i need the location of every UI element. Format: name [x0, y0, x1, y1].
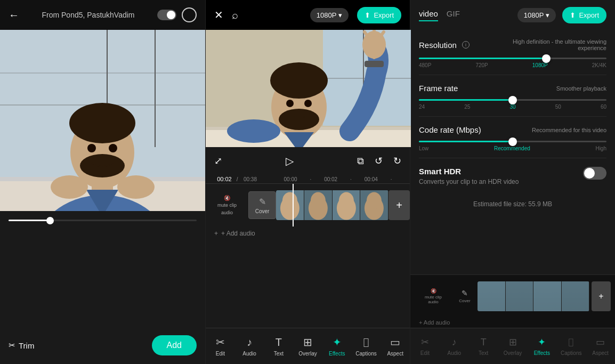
- film-frame-4: [360, 190, 389, 220]
- svg-rect-52: [533, 281, 561, 311]
- copy-icon[interactable]: ⧉: [357, 156, 364, 167]
- frame-rate-slider[interactable]: 24 25 30 50 60: [419, 99, 606, 110]
- ruler-dot-3: ·: [381, 176, 401, 182]
- right-toolbar-text[interactable]: T Text: [469, 328, 498, 364]
- right-toolbar-aspect[interactable]: ▭ Aspect: [586, 328, 615, 364]
- cr-high: High: [595, 145, 606, 151]
- tab-video[interactable]: video: [419, 9, 438, 21]
- right-toolbar-edit[interactable]: ✂ Edit: [410, 328, 440, 364]
- code-rate-labels: Low Recommended High: [419, 145, 606, 151]
- right-frame-1: [478, 281, 506, 311]
- progress-bar[interactable]: [9, 220, 197, 221]
- right-toolbar-audio[interactable]: ♪ Audio: [440, 328, 469, 364]
- right-add-audio-label: + Add audio: [419, 319, 450, 326]
- right-frame-2: [506, 281, 534, 311]
- cr-recommended: Recommended: [494, 145, 530, 151]
- toolbar-effects[interactable]: ✦ Effects: [322, 328, 352, 364]
- smart-hdr-text: Smart HDR Converts your clip to an HDR v…: [419, 167, 519, 185]
- frame-rate-header: Frame rate Smoother playback: [419, 84, 606, 93]
- resolution-track: [419, 58, 606, 59]
- tab-gif[interactable]: GIF: [447, 9, 460, 21]
- add-button[interactable]: Add: [152, 335, 197, 355]
- svg-rect-50: [478, 281, 505, 311]
- code-rate-thumb[interactable]: [508, 137, 517, 146]
- add-audio-row[interactable]: + + Add audio: [206, 227, 410, 240]
- fps-24: 24: [419, 104, 425, 110]
- svg-point-46: [338, 192, 353, 209]
- right-audio-label: Audio: [448, 350, 462, 356]
- close-button[interactable]: ✕: [214, 9, 223, 21]
- svg-point-36: [304, 100, 312, 107]
- middle-header: ✕ ⌕ 1080P ▾ ⬆ Export: [206, 0, 410, 30]
- right-effects-icon: ✦: [538, 336, 546, 348]
- trim-button[interactable]: ✂ Trim: [9, 341, 34, 350]
- resolution-selector-right[interactable]: 1080P ▾: [517, 8, 556, 22]
- left-header: ← From Pond5, PastukhVadim: [0, 0, 205, 30]
- resolution-info-icon[interactable]: i: [462, 41, 470, 48]
- search-button[interactable]: ⌕: [232, 9, 238, 21]
- film-frame-2: [304, 190, 333, 220]
- add-clip-button[interactable]: +: [389, 190, 410, 220]
- toolbar-aspect[interactable]: ▭ Aspect: [381, 328, 410, 364]
- resolution-selector[interactable]: 1080P ▾: [310, 8, 349, 22]
- code-rate-slider[interactable]: Low Recommended High: [419, 141, 606, 151]
- code-rate-fill: [419, 141, 513, 142]
- video-preview-middle: [206, 30, 411, 147]
- svg-rect-53: [562, 281, 589, 311]
- edit-label: Edit: [216, 351, 225, 357]
- track-controls-left: 🔇 mute clipaudio: [206, 195, 248, 216]
- smart-hdr-description: Converts your clip to an HDR video: [419, 178, 519, 185]
- captions-icon: ⌷: [363, 336, 369, 349]
- toolbar-text[interactable]: T Text: [264, 328, 293, 364]
- toggle-switch[interactable]: [157, 10, 176, 20]
- right-overlay-label: Overlay: [504, 350, 522, 356]
- right-toolbar-captions[interactable]: ⌷ Captions: [556, 328, 586, 364]
- right-panel: video GIF 1080P ▾ ⬆ Export Resolution i …: [410, 0, 615, 364]
- frame-rate-track: [419, 99, 606, 101]
- fps-25: 25: [464, 104, 470, 110]
- frame-rate-setting: Frame rate Smoother playback 24 25 30 50…: [419, 75, 606, 117]
- cover-thumbnail[interactable]: ✎ Cover: [248, 191, 276, 219]
- chevron-down-icon: ▾: [338, 11, 342, 19]
- cr-low: Low: [419, 145, 428, 151]
- frame-rate-title: Frame rate: [419, 84, 458, 93]
- smart-hdr-toggle[interactable]: [583, 167, 606, 180]
- timeline-track: 🔇 mute clipaudio ✎ Cover: [206, 184, 410, 227]
- resolution-title: Resolution i: [419, 41, 470, 50]
- frame-rate-thumb[interactable]: [508, 96, 517, 104]
- person-background-middle: [206, 30, 411, 147]
- resolution-setting: Resolution i High definition - the ultim…: [419, 30, 606, 75]
- right-preview-area: 🔇 mute clipaudio ✎ Cover +: [410, 274, 615, 317]
- right-audio-row[interactable]: + Add audio: [410, 317, 615, 328]
- resolution-header: Resolution i High definition - the ultim…: [419, 38, 606, 51]
- toolbar-captions[interactable]: ⌷ Captions: [352, 328, 381, 364]
- play-button[interactable]: ▷: [280, 151, 300, 171]
- resolution-slider[interactable]: 480P 720P 1080P 2K/4K: [419, 58, 606, 68]
- right-toolbar-effects[interactable]: ✦ Effects: [527, 328, 556, 364]
- text-label: Text: [274, 351, 284, 357]
- toolbar-audio[interactable]: ♪ Audio: [235, 328, 264, 364]
- bottom-toolbar-middle: ✂ Edit ♪ Audio T Text ⊞ Overlay ✦ Effect…: [206, 328, 410, 364]
- music-icon: ♪: [247, 336, 252, 349]
- scissors-icon: ✂: [9, 341, 15, 350]
- toolbar-overlay[interactable]: ⊞ Overlay: [293, 328, 322, 364]
- right-toolbar-overlay[interactable]: ⊞ Overlay: [498, 328, 528, 364]
- right-frame-4: [562, 281, 590, 311]
- right-header: video GIF 1080P ▾ ⬆ Export: [410, 0, 615, 30]
- redo-icon[interactable]: ↻: [393, 155, 401, 167]
- back-button[interactable]: ←: [9, 9, 19, 21]
- undo-icon[interactable]: ↺: [375, 155, 383, 167]
- export-icon: ⬆: [365, 11, 370, 19]
- right-add-clip-button[interactable]: +: [592, 281, 611, 311]
- resolution-thumb[interactable]: [542, 54, 551, 63]
- svg-point-16: [109, 144, 117, 152]
- playback-controls: ⤢ ▷ ⧉ ↺ ↻: [206, 147, 410, 175]
- right-music-icon: ♪: [452, 337, 457, 348]
- progress-fill: [9, 220, 50, 221]
- toolbar-edit[interactable]: ✂ Edit: [206, 328, 235, 364]
- expand-icon[interactable]: ⤢: [214, 155, 222, 167]
- svg-point-11: [80, 154, 125, 177]
- resolution-labels: 480P 720P 1080P 2K/4K: [419, 62, 606, 68]
- export-button-right[interactable]: ⬆ Export: [562, 7, 606, 23]
- export-button[interactable]: ⬆ Export: [357, 7, 401, 23]
